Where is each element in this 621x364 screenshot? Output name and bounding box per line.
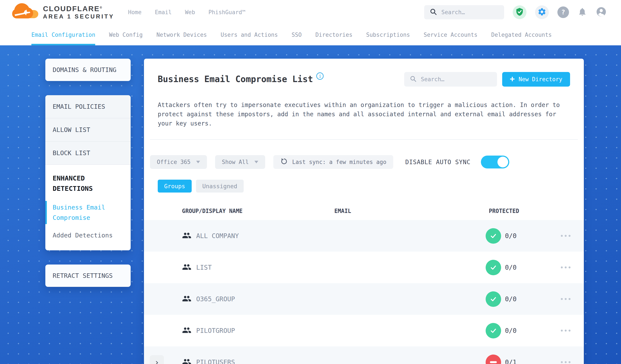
security-status-button[interactable] <box>513 5 526 19</box>
tab-directories[interactable]: Directories <box>315 24 352 45</box>
caret-down-icon <box>196 161 200 163</box>
group-name: PILOTGROUP <box>196 327 235 334</box>
sidebar-item-business-email-compromise[interactable]: Business Email Compromise <box>53 202 123 223</box>
group-icon <box>182 262 191 273</box>
settings-sidebar: DOMAINS & ROUTING EMAIL POLICIES ALLOW L… <box>45 59 131 364</box>
sidebar-item-allow-list[interactable]: ALLOW LIST <box>45 118 131 142</box>
global-search-input[interactable] <box>441 9 499 16</box>
question-icon: ? <box>557 6 569 18</box>
tab-users-and-actions[interactable]: Users and Actions <box>221 24 278 45</box>
tab-delegated-accounts[interactable]: Delegated Accounts <box>491 24 552 45</box>
divider <box>150 139 578 140</box>
cloudflare-logo[interactable]: CLOUDFLARE® AREA 1 SECURITY <box>12 3 114 21</box>
list-search-input[interactable] <box>421 76 491 83</box>
global-search[interactable] <box>424 5 504 19</box>
protected-badge <box>486 260 501 275</box>
protected-count: 0/0 <box>505 232 517 240</box>
notifications-button[interactable] <box>578 7 587 17</box>
top-nav: Home Email Web PhishGuard™ <box>128 9 245 16</box>
group-name: PILOTUSERS <box>196 358 235 364</box>
table-row: O365_GROUP 0/0 <box>144 283 584 315</box>
protected-badge <box>486 228 501 244</box>
show-filter-select[interactable]: Show All <box>215 155 265 169</box>
enhanced-detections-title[interactable]: ENHANCED DETECTIONS <box>53 173 123 194</box>
tab-groups[interactable]: Groups <box>158 180 192 192</box>
tab-network-devices[interactable]: Network Devices <box>156 24 207 45</box>
info-icon[interactable]: i <box>316 72 324 80</box>
row-actions-menu[interactable] <box>561 233 584 239</box>
settings-button[interactable] <box>535 5 549 19</box>
shield-check-icon <box>515 8 524 17</box>
caret-down-icon <box>254 161 258 163</box>
table-header: GROUP/DISPLAY NAME EMAIL PROTECTED <box>144 202 584 220</box>
table-row: LIST 0/0 <box>144 252 584 283</box>
toggle-knob <box>498 157 508 167</box>
unprotected-badge <box>486 355 501 364</box>
top-nav-email[interactable]: Email <box>155 9 172 16</box>
table-row: PILOTGROUP 0/0 <box>144 315 584 347</box>
tab-unassigned[interactable]: Unassigned <box>196 180 244 192</box>
protected-count: 0/0 <box>505 327 517 334</box>
tab-email-configuration[interactable]: Email Configuration <box>31 24 95 45</box>
protected-badge <box>486 291 501 307</box>
column-header-email: EMAIL <box>334 208 483 214</box>
list-search[interactable] <box>404 72 497 87</box>
sidebar-item-added-detections[interactable]: Added Detections <box>53 230 123 241</box>
page-title: Business Email Compromise List <box>158 72 313 86</box>
table-row: › PILOTUSERS 0/1 <box>144 347 584 364</box>
registered-mark: ® <box>100 6 102 9</box>
sidebar-item-block-list[interactable]: BLOCK LIST <box>45 142 131 165</box>
auto-sync-toggle[interactable] <box>481 156 509 169</box>
group-icon <box>182 357 191 364</box>
plus-icon: + <box>510 75 515 83</box>
directory-select[interactable]: Office 365 <box>150 155 207 169</box>
column-header-protected: PROTECTED <box>483 208 561 214</box>
tab-sso[interactable]: SSO <box>292 24 302 45</box>
row-actions-menu[interactable] <box>561 359 584 364</box>
page-description: Attackers often try to impersonate execu… <box>158 100 570 128</box>
cloudflare-cloud-icon <box>12 3 38 21</box>
tab-service-accounts[interactable]: Service Accounts <box>424 24 478 45</box>
bec-list-card: Business Email Compromise List i + New D… <box>144 59 584 364</box>
sidebar-item-domains-routing[interactable]: DOMAINS & ROUTING <box>45 59 131 81</box>
top-nav-web[interactable]: Web <box>185 9 195 16</box>
groups-table: GROUP/DISPLAY NAME EMAIL PROTECTED ALL C… <box>144 202 584 364</box>
protected-count: 0/1 <box>505 358 517 364</box>
sidebar-section-enhanced-detections: ENHANCED DETECTIONS Business Email Compr… <box>45 165 131 250</box>
sidebar-policies-card: EMAIL POLICIES ALLOW LIST BLOCK LIST ENH… <box>45 95 131 250</box>
group-icon <box>182 294 191 304</box>
help-button[interactable]: ? <box>557 6 569 18</box>
table-row: ALL COMPANY 0/0 <box>144 220 584 252</box>
page-content: DOMAINS & ROUTING EMAIL POLICIES ALLOW L… <box>0 45 621 364</box>
top-nav-phishguard[interactable]: PhishGuard™ <box>208 9 245 16</box>
group-name: O365_GROUP <box>196 295 235 303</box>
protected-badge <box>486 323 501 338</box>
view-tabs: Groups Unassigned <box>158 180 570 192</box>
account-button[interactable] <box>596 6 607 18</box>
sidebar-item-retract-settings[interactable]: RETRACT SETTINGS <box>45 264 131 287</box>
protected-count: 0/0 <box>505 264 517 271</box>
sidebar-item-email-policies[interactable]: EMAIL POLICIES <box>45 95 131 118</box>
column-header-group-name: GROUP/DISPLAY NAME <box>144 208 334 214</box>
tab-web-config[interactable]: Web Config <box>109 24 143 45</box>
group-icon <box>182 231 191 241</box>
top-nav-home[interactable]: Home <box>128 9 142 16</box>
section-nav: Email Configuration Web Config Network D… <box>0 24 621 45</box>
search-icon <box>410 75 417 83</box>
minus-icon <box>490 361 497 363</box>
last-sync-button[interactable]: Last sync: a few minutes ago <box>273 155 393 169</box>
tab-subscriptions[interactable]: Subscriptions <box>366 24 410 45</box>
group-name: LIST <box>196 264 212 271</box>
search-icon <box>430 8 437 16</box>
row-actions-menu[interactable] <box>561 328 584 334</box>
gear-icon <box>537 7 546 17</box>
row-actions-menu[interactable] <box>561 296 584 302</box>
bell-icon <box>578 7 587 17</box>
brand-name: CLOUDFLARE® <box>43 5 114 12</box>
row-actions-menu[interactable] <box>561 264 584 271</box>
new-directory-button[interactable]: + New Directory <box>502 72 570 87</box>
expand-row-button[interactable]: › <box>150 355 164 364</box>
auto-sync-label: DISABLE AUTO SYNC <box>405 158 471 166</box>
chevron-right-icon: › <box>155 358 159 364</box>
group-name: ALL COMPANY <box>196 232 239 240</box>
